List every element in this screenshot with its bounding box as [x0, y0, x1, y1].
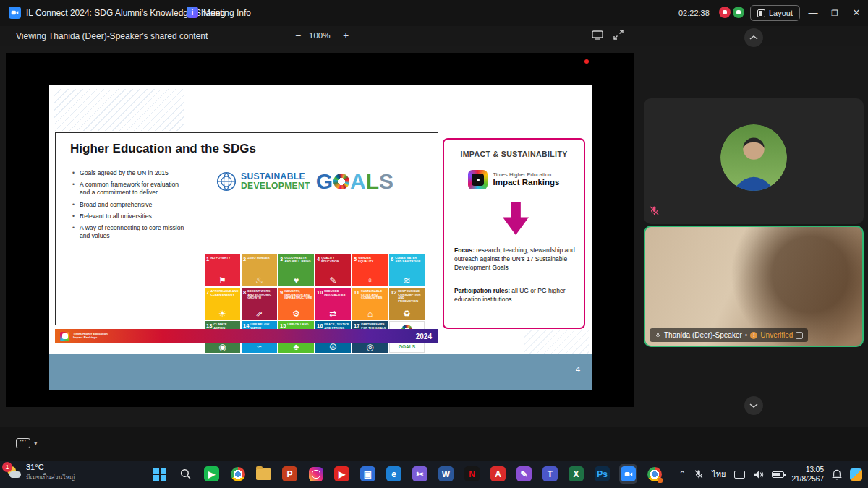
the-logo-icon [60, 332, 69, 341]
participant-avatar [720, 124, 787, 191]
chrome-icon [231, 467, 245, 481]
taskbar-app-instagram[interactable] [307, 464, 325, 484]
file-explorer-icon [256, 468, 271, 480]
taskbar-app-teams[interactable]: T [541, 464, 559, 484]
recording-indicator-icon[interactable] [719, 7, 731, 18]
sdg-tile-6: 6CLEAN WATER AND SANITATION≋ [389, 254, 425, 286]
shared-screen-icon[interactable] [592, 30, 603, 43]
widgets-icon[interactable] [850, 468, 862, 481]
weather-icon: 1 [6, 465, 22, 481]
taskbar-app-green-video-app[interactable]: ▶ [203, 464, 221, 484]
taskbar-app-photos[interactable]: ▣ [359, 464, 377, 484]
taskbar-app-excel[interactable]: X [567, 464, 585, 484]
sdg-wheel-icon [333, 174, 349, 189]
weather-description: มีเมฆเป็นส่วนใหญ่ [26, 472, 75, 482]
sdg-goal-icon: ◉ [205, 343, 240, 351]
participant-video-tile[interactable] [644, 98, 864, 224]
scroll-participants-up-button[interactable] [744, 28, 763, 47]
speaker-name: Thanida (Deer)-Speaker [664, 331, 742, 339]
scroll-participants-down-button[interactable] [744, 396, 763, 415]
layout-icon [757, 9, 765, 17]
sdg-goal-icon: ⚙ [278, 309, 314, 318]
sdg-goal-icon: ≈ [242, 343, 277, 351]
active-speaker-video-tile[interactable]: Thanida (Deer)-Speaker • ! Unverified [644, 226, 864, 347]
sdg-goal-icon: ☮ [315, 343, 351, 351]
sdg-tile-11: 11SUSTAINABLE CITIES AND COMMUNITIES⌂ [352, 288, 388, 320]
impact-panel: IMPACT & SUSTAINABILITY Times Higher Edu… [443, 138, 585, 329]
impact-rules-text: Participation rules: all UG or PG higher… [454, 287, 577, 304]
sdg-tile-9: 9INDUSTRY, INNOVATION AND INFRASTRUCTURE… [278, 288, 314, 320]
sdg-tile-3: 3GOOD HEALTH AND WELL-BEING♥ [278, 254, 314, 286]
video-options-icon[interactable] [796, 332, 803, 339]
language-indicator[interactable]: ไทย [712, 468, 726, 481]
taskbar-app-file-explorer[interactable] [255, 464, 273, 484]
taskbar-app-powerpoint[interactable]: P [281, 464, 299, 484]
taskbar-app-chrome-2[interactable] [645, 464, 663, 484]
bullet-item: A way of reconnecting to core mission an… [72, 224, 186, 240]
taskbar-app-start[interactable] [150, 464, 169, 484]
battery-icon[interactable] [772, 471, 784, 478]
restore-button[interactable]: ❐ [827, 6, 842, 20]
sdg-tile-4: 4QUALITY EDUCATION✎ [315, 254, 351, 286]
sdg-goal-icon: ♻ [389, 309, 425, 318]
bullet-item: Goals agreed by the UN in 2015 [72, 169, 186, 177]
search-icon [179, 468, 192, 480]
fullscreen-icon[interactable] [613, 30, 624, 43]
volume-icon[interactable] [753, 470, 764, 479]
slide-title: Higher Education and the SDGs [70, 142, 256, 156]
taskbar-app-search[interactable] [176, 464, 195, 484]
windows-taskbar: 1 31°C มีเมฆเป็นส่วนใหญ่ ▶P▶▣e✂WNA✎TXPs … [0, 461, 868, 488]
sdg-goal-icon: ♥ [278, 276, 314, 285]
temperature: 31°C [26, 463, 75, 472]
sdg-tile-5: 5GENDER EQUALITY♀ [352, 254, 388, 286]
page-number: 4 [576, 365, 580, 374]
meeting-info-button[interactable]: Meeting Info [203, 8, 251, 18]
layout-button[interactable]: Layout [750, 5, 800, 21]
audio-indicator-icon[interactable] [733, 7, 744, 18]
bullet-item: A common framework for evaluation and a … [72, 181, 186, 197]
meeting-window: IL Connect 2024: SDG Alumni's Knowledge … [0, 0, 868, 488]
slide-bottom-band: 4 [49, 354, 592, 390]
taskbar-app-chrome[interactable] [229, 464, 247, 484]
taskbar-clock[interactable]: 13:05 21/8/2567 [792, 465, 825, 484]
taskbar-app-snip[interactable]: ✂ [411, 464, 429, 484]
notifications-bell-icon[interactable] [832, 469, 842, 480]
slide-decoration [524, 330, 589, 355]
zoom-level[interactable]: 100% [309, 31, 330, 40]
taskbar-app-photoshop[interactable]: Ps [593, 464, 611, 484]
tray-mic-muted-icon[interactable] [694, 469, 704, 479]
zoom-in-button[interactable]: + [339, 28, 353, 43]
sdg-brand-line2: DEVELOPMENT [241, 181, 310, 191]
sdg-goal-icon: ◎ [352, 343, 388, 351]
taskbar-app-word[interactable]: W [437, 464, 455, 484]
taskbar-app-adobe[interactable]: A [489, 464, 507, 484]
taskbar-app-zoom[interactable] [619, 464, 637, 484]
sdg-goal-icon: ♨ [242, 276, 277, 285]
sdg-tile-2: 2ZERO HUNGER♨ [242, 254, 277, 286]
sdg-tile-8: 8DECENT WORK AND ECONOMIC GROWTH⇗ [242, 288, 277, 320]
zoom-out-button[interactable]: − [291, 28, 305, 43]
taskbar-app-netflix[interactable]: N [463, 464, 481, 484]
bullet-item: Relevant to all universities [72, 213, 186, 221]
the-hex-icon [468, 170, 488, 189]
sdg-tile-12: 12RESPONSIBLE CONSUMPTION AND PRODUCTION… [389, 288, 425, 320]
close-button[interactable]: ✕ [849, 6, 864, 20]
tray-chevron-icon[interactable]: ⌃ [678, 469, 686, 479]
impact-panel-title: IMPACT & SUSTAINABILITY [444, 150, 584, 158]
goals-wordmark: GALS [316, 169, 393, 194]
meeting-info-icon[interactable]: i [187, 7, 198, 18]
notification-badge: 1 [2, 462, 12, 472]
down-arrow-icon [503, 202, 529, 235]
captions-button[interactable]: ▾ [16, 438, 38, 448]
taskbar-weather-widget[interactable]: 1 31°C มีเมฆเป็นส่วนใหญ่ [6, 463, 75, 482]
minimize-button[interactable]: — [806, 6, 820, 20]
taskbar-app-youtube[interactable]: ▶ [333, 464, 351, 484]
sdg-goal-icon: ⇄ [315, 309, 351, 318]
taskbar-app-edge[interactable]: e [385, 464, 403, 484]
taskbar-app-pen[interactable]: ✎ [515, 464, 533, 484]
slide-content-box: Higher Education and the SDGs Goals agre… [55, 132, 438, 325]
display-icon[interactable] [734, 471, 745, 479]
footer-year: 2024 [416, 333, 432, 341]
sdg-goal-icon: ♀ [352, 276, 388, 285]
sdg-goal-icon: ⚑ [205, 276, 240, 285]
